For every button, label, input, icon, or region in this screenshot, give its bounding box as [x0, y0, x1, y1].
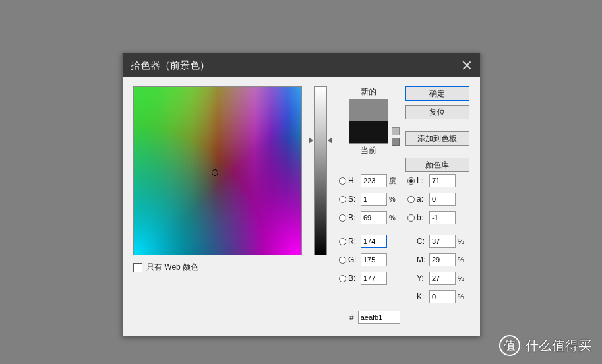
label-lab-b: b: — [417, 213, 427, 222]
unit-y: % — [458, 274, 467, 282]
dialog-title: 拾色器（前景色） — [131, 53, 210, 77]
titlebar[interactable]: 拾色器（前景色） — [123, 53, 480, 77]
watermark-badge: 值 — [499, 335, 520, 356]
slider-pointer-right[interactable] — [328, 137, 332, 144]
label-c: C: — [417, 237, 427, 246]
unit-k: % — [458, 293, 467, 301]
picker-marker[interactable] — [212, 169, 218, 176]
label-a: a: — [417, 195, 427, 204]
fields-wrap: H: 223 度 S: 1 % B: 69 % — [339, 173, 469, 304]
input-h[interactable]: 223 — [361, 174, 387, 187]
hex-prefix: # — [349, 313, 354, 322]
swatch-new[interactable] — [349, 100, 388, 121]
radio-r[interactable] — [339, 238, 346, 245]
cancel-button[interactable]: 复位 — [405, 105, 469, 119]
button-column: 确定 复位 添加到色板 颜色库 — [404, 86, 469, 172]
color-picker-dialog: 拾色器（前景色） 只有 Web 颜色 新的 — [122, 53, 481, 336]
radio-s[interactable] — [339, 196, 346, 203]
radio-lab-b[interactable] — [407, 214, 415, 222]
add-swatch-button[interactable]: 添加到色板 — [405, 131, 469, 146]
radio-l[interactable] — [407, 177, 415, 185]
radio-h[interactable] — [339, 177, 346, 185]
label-s: S: — [348, 195, 359, 204]
input-a[interactable]: 0 — [429, 193, 456, 206]
unit-m: % — [458, 256, 467, 264]
swatch-cur-label: 当前 — [361, 145, 376, 156]
label-h: H: — [348, 176, 359, 185]
hsb-rgb-column: H: 223 度 S: 1 % B: 69 % — [339, 173, 398, 304]
label-m: M: — [417, 255, 427, 264]
slider-column — [309, 86, 332, 324]
input-bl[interactable]: 177 — [361, 272, 387, 285]
input-hex[interactable]: aeafb1 — [358, 311, 400, 324]
libraries-button[interactable]: 颜色库 — [405, 158, 469, 172]
hex-row: # aeafb1 — [339, 311, 469, 324]
lab-cmyk-column: L: 71 a: 0 b: -1 — [407, 173, 467, 304]
swatch-new-label: 新的 — [361, 86, 376, 98]
swatch-current[interactable] — [349, 121, 388, 143]
value-slider[interactable] — [314, 86, 327, 255]
label-r: R: — [348, 237, 359, 246]
radio-a[interactable] — [407, 196, 415, 203]
ok-button[interactable]: 确定 — [405, 86, 469, 101]
web-only-row: 只有 Web 颜色 — [133, 262, 302, 273]
input-y[interactable]: 27 — [429, 272, 456, 285]
unit-s: % — [389, 195, 398, 203]
dialog-body: 只有 Web 颜色 新的 当前 — [123, 77, 480, 336]
input-c[interactable]: 37 — [429, 235, 456, 248]
swatch-column: 新的 当前 — [339, 86, 398, 172]
left-column: 只有 Web 颜色 — [133, 86, 302, 324]
swatch-box[interactable] — [349, 99, 388, 144]
input-k[interactable]: 0 — [429, 290, 456, 303]
color-field[interactable] — [133, 86, 302, 255]
input-g[interactable]: 175 — [361, 253, 387, 266]
input-r[interactable]: 174 — [361, 235, 387, 248]
watermark-text: 什么值得买 — [526, 337, 591, 355]
web-only-label: 只有 Web 颜色 — [146, 262, 198, 273]
unit-h: 度 — [389, 176, 398, 186]
close-icon[interactable] — [462, 60, 472, 71]
unit-c: % — [458, 237, 467, 245]
radio-b[interactable] — [339, 214, 346, 222]
slider-pointer-left[interactable] — [309, 137, 313, 144]
label-y: Y: — [417, 274, 427, 283]
label-bl: B: — [348, 274, 359, 283]
watermark: 值 什么值得买 — [499, 335, 591, 356]
label-k: K: — [417, 292, 427, 301]
gamut-warning-icon[interactable] — [392, 127, 400, 135]
web-only-checkbox[interactable] — [133, 263, 142, 272]
label-l: L: — [417, 176, 427, 185]
radio-bl[interactable] — [339, 275, 346, 282]
input-l[interactable]: 71 — [429, 174, 456, 187]
unit-b: % — [389, 214, 398, 222]
input-b[interactable]: 69 — [361, 211, 387, 224]
input-lab-b[interactable]: -1 — [429, 211, 456, 224]
input-m[interactable]: 29 — [429, 253, 456, 266]
label-b: B: — [348, 213, 359, 222]
radio-g[interactable] — [339, 257, 346, 264]
gamut-color-icon[interactable] — [392, 138, 400, 146]
label-g: G: — [348, 255, 359, 264]
input-s[interactable]: 1 — [361, 193, 387, 206]
